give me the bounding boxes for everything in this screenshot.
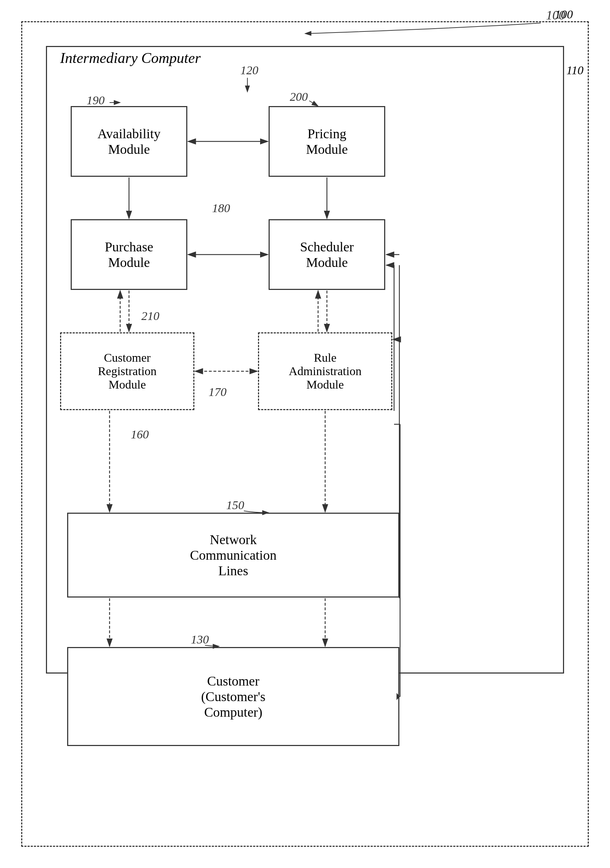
pricing-module-box: Pricing Module [269, 106, 385, 177]
intermediary-computer-label: Intermediary Computer [60, 50, 201, 67]
ref-100-label: 100 [555, 8, 573, 21]
purchase-module-label: Purchase Module [105, 239, 153, 270]
network-communication-lines-label: Network Communication Lines [190, 532, 277, 578]
scheduler-module-box: Scheduler Module [269, 219, 385, 290]
availability-module-label: Availability Module [98, 126, 161, 157]
purchase-module-box: Purchase Module [71, 219, 187, 290]
rule-administration-module-label: Rule Administration Module [289, 351, 362, 391]
network-communication-lines-box: Network Communication Lines [67, 513, 399, 598]
scheduler-module-label: Scheduler Module [300, 239, 354, 270]
pricing-module-label: Pricing Module [306, 126, 348, 157]
ref-110-label: 110 [567, 64, 584, 77]
page: 100 Intermediary Computer 110 Availabili… [0, 0, 610, 868]
customer-box: Customer (Customer's Computer) [67, 647, 399, 746]
rule-administration-module-box: Rule Administration Module [258, 332, 392, 410]
availability-module-box: Availability Module [71, 106, 187, 177]
customer-registration-module-label: Customer Registration Module [98, 351, 156, 391]
customer-registration-module-box: Customer Registration Module [60, 332, 194, 410]
customer-label: Customer (Customer's Computer) [201, 673, 265, 720]
